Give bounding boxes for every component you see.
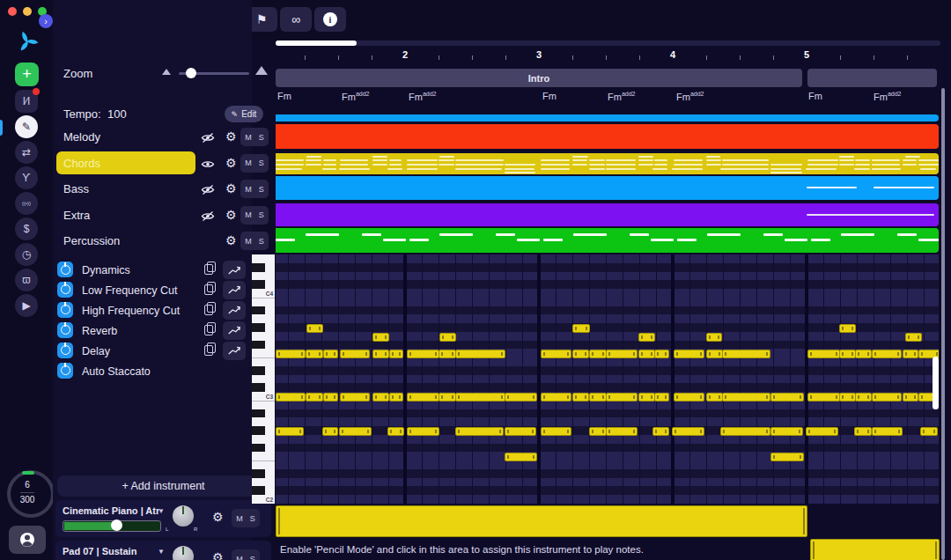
piano-roll-note[interactable] — [306, 324, 323, 333]
roll-scrollbar-thumb[interactable] — [933, 357, 939, 409]
instrument-settings-gear-icon[interactable]: ⚙ — [212, 511, 224, 523]
effect-toggle-button[interactable] — [57, 302, 73, 318]
compose-app-icon[interactable]: I∕I — [15, 90, 38, 113]
piano-roll-note[interactable] — [606, 427, 638, 436]
extra-lane[interactable] — [276, 203, 939, 226]
piano-roll-note[interactable] — [920, 427, 938, 436]
piano-roll-note[interactable] — [606, 350, 638, 358]
piano-roll-note[interactable] — [806, 427, 838, 436]
section-block-empty[interactable] — [807, 69, 937, 87]
play-icon[interactable]: ▶ — [15, 294, 38, 317]
instrument-name[interactable]: Cinematic Piano | Atmo... — [63, 505, 159, 516]
piano-roll-note[interactable] — [389, 393, 403, 402]
piano-roll-note[interactable] — [770, 393, 804, 402]
piano-roll-note[interactable] — [674, 393, 704, 402]
piano-roll-note[interactable] — [439, 393, 456, 402]
black-key[interactable] — [252, 280, 265, 289]
piano-roll-note[interactable] — [439, 350, 456, 358]
pencil-mode-icon[interactable]: ✎ — [15, 115, 38, 138]
piano-roll-note[interactable] — [455, 427, 504, 436]
piano-roll-note[interactable] — [323, 350, 338, 358]
piano-roll-note[interactable] — [905, 333, 922, 342]
piano-roll-note[interactable] — [407, 350, 439, 358]
piano-roll-note[interactable] — [407, 427, 439, 436]
mute-button[interactable]: M — [245, 237, 252, 246]
piano-roll-note[interactable] — [855, 350, 872, 358]
piano-roll-note[interactable] — [541, 427, 571, 436]
minimize-button[interactable] — [23, 7, 32, 16]
bass-lane[interactable] — [276, 176, 939, 200]
piano-roll-note[interactable] — [572, 350, 589, 358]
black-key[interactable] — [252, 383, 265, 392]
piano-roll-note[interactable] — [839, 324, 856, 333]
shuffle-icon[interactable]: ⇄ — [15, 141, 38, 164]
piano-roll-note[interactable] — [903, 350, 918, 358]
track-settings-gear-icon[interactable]: ⚙ — [225, 209, 237, 221]
piano-roll-note[interactable] — [672, 427, 704, 436]
zoom-slider-thumb[interactable] — [186, 68, 196, 78]
mascot-icon[interactable]: ϒ — [15, 166, 38, 189]
broadcast-icon[interactable]: ((•)) — [15, 192, 38, 215]
add-instrument-button[interactable]: + Add instrument — [57, 475, 269, 497]
piano-roll-note[interactable] — [572, 324, 590, 333]
mute-button[interactable]: M — [245, 158, 252, 167]
black-key[interactable] — [252, 409, 265, 418]
percussion-lane[interactable] — [276, 228, 939, 253]
piano-roll-note[interactable] — [903, 393, 918, 402]
mute-button[interactable]: M — [245, 185, 252, 194]
piano-roll-note[interactable] — [589, 393, 607, 402]
credits-icon[interactable]: $ — [15, 217, 38, 240]
copy-icon[interactable] — [204, 305, 213, 315]
track-settings-gear-icon[interactable]: ⚙ — [225, 157, 237, 169]
piano-roll-note[interactable] — [589, 350, 607, 358]
track-visibility-eye-icon[interactable] — [201, 158, 215, 169]
copy-icon[interactable] — [204, 284, 213, 295]
black-key[interactable] — [252, 469, 265, 478]
pan-knob[interactable] — [173, 546, 194, 560]
zoom-out-icon[interactable] — [162, 69, 171, 75]
piano-roll-note[interactable] — [389, 350, 403, 358]
instrument-settings-gear-icon[interactable]: ⚙ — [212, 551, 224, 560]
track-row-extra[interactable]: Extra⚙MS — [53, 203, 252, 227]
piano-keyboard[interactable]: C4C3C2 — [252, 254, 275, 504]
piano-roll-note[interactable] — [606, 393, 638, 402]
piano-roll-note[interactable] — [541, 393, 571, 402]
automation-curve-button[interactable] — [223, 321, 246, 340]
history-icon[interactable]: ◷ — [15, 243, 38, 266]
piano-roll-note[interactable] — [839, 350, 856, 358]
piano-roll-note[interactable] — [589, 427, 607, 436]
track-visibility-eye-slash-icon[interactable] — [201, 210, 215, 221]
piano-roll-note[interactable] — [439, 333, 456, 342]
track-settings-gear-icon[interactable]: ⚙ — [225, 234, 237, 247]
piano-roll-note[interactable] — [706, 350, 723, 358]
piano-roll-note[interactable] — [505, 393, 537, 402]
piano-roll-note[interactable] — [340, 350, 370, 358]
black-key[interactable] — [252, 444, 265, 453]
piano-roll-note[interactable] — [372, 333, 389, 342]
black-key[interactable] — [252, 306, 265, 315]
piano-roll-note[interactable] — [872, 427, 903, 436]
instrument-dropdown-caret-icon[interactable]: ▼ — [158, 507, 165, 515]
account-button[interactable] — [9, 526, 46, 554]
piano-roll-note[interactable] — [541, 350, 571, 358]
piano-roll-note[interactable] — [638, 350, 655, 358]
volume-thumb[interactable] — [111, 519, 122, 531]
add-new-button[interactable]: + — [15, 63, 39, 86]
automation-curve-button[interactable] — [223, 261, 246, 279]
track-settings-gear-icon[interactable]: ⚙ — [225, 130, 237, 143]
piano-roll-note[interactable] — [807, 350, 840, 358]
h-scrollbar-thumb[interactable] — [276, 41, 357, 46]
piano-roll-note[interactable] — [674, 350, 704, 358]
piano-roll-note[interactable] — [722, 350, 770, 358]
piano-roll-note[interactable] — [706, 393, 723, 402]
piano-roll-note[interactable] — [387, 427, 404, 436]
piano-roll-note[interactable] — [722, 393, 770, 402]
piano-roll-note[interactable] — [455, 350, 505, 358]
effect-toggle-button[interactable] — [57, 282, 73, 298]
assigned-region-clip[interactable] — [276, 505, 807, 537]
track-visibility-eye-slash-icon[interactable] — [201, 183, 215, 195]
piano-roll-note[interactable] — [572, 393, 589, 402]
chords-lane[interactable] — [276, 153, 939, 174]
black-key[interactable] — [252, 341, 265, 350]
copy-icon[interactable] — [204, 345, 213, 356]
